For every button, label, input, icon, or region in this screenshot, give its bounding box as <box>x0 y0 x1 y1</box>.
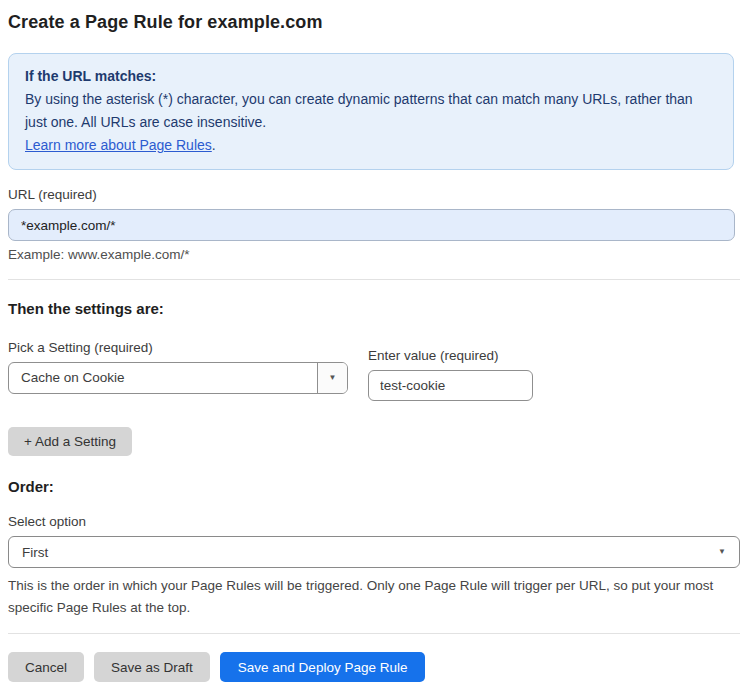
pick-setting-dropdown-button[interactable]: ▼ <box>317 363 347 393</box>
pick-setting-selected-value: Cache on Cookie <box>9 363 317 393</box>
learn-more-page-rules-link[interactable]: Learn more about Page Rules <box>25 137 212 153</box>
info-box-body: By using the asterisk (*) character, you… <box>25 88 717 134</box>
setting-row: Pick a Setting (required) Cache on Cooki… <box>8 340 732 401</box>
order-section-heading: Order: <box>8 478 732 495</box>
section-divider-bottom <box>8 633 740 634</box>
pick-setting-column: Pick a Setting (required) Cache on Cooki… <box>8 340 368 394</box>
cancel-button[interactable]: Cancel <box>8 652 84 682</box>
pick-setting-label: Pick a Setting (required) <box>8 340 368 355</box>
link-suffix-period: . <box>212 137 216 153</box>
url-input[interactable] <box>8 209 735 241</box>
add-setting-button[interactable]: + Add a Setting <box>8 427 132 456</box>
order-section: Order: Select option First ▼ This is the… <box>8 478 732 619</box>
setting-value-input[interactable] <box>368 370 533 401</box>
enter-value-column: Enter value (required) <box>368 348 533 401</box>
create-page-rule-form: Create a Page Rule for example.com If th… <box>0 0 742 682</box>
page-title: Create a Page Rule for example.com <box>8 12 732 33</box>
info-box-heading: If the URL matches: <box>25 65 717 88</box>
settings-section-heading: Then the settings are: <box>8 300 732 317</box>
enter-value-label: Enter value (required) <box>368 348 533 363</box>
section-divider-top <box>8 279 740 280</box>
order-select-dropdown[interactable]: First ▼ <box>8 536 740 568</box>
order-helper-text: This is the order in which your Page Rul… <box>8 575 744 619</box>
pick-setting-dropdown[interactable]: Cache on Cookie ▼ <box>8 362 348 394</box>
save-as-draft-button[interactable]: Save as Draft <box>94 652 210 682</box>
form-actions: Cancel Save as Draft Save and Deploy Pag… <box>8 652 732 682</box>
order-select-label: Select option <box>8 514 732 529</box>
info-box-link-row: Learn more about Page Rules. <box>25 134 717 157</box>
save-and-deploy-button[interactable]: Save and Deploy Page Rule <box>220 652 426 682</box>
url-example-helper: Example: www.example.com/* <box>8 247 732 262</box>
order-selected-value: First <box>22 545 718 560</box>
chevron-down-icon: ▼ <box>718 548 726 556</box>
url-field-label: URL (required) <box>8 187 732 202</box>
chevron-down-icon: ▼ <box>329 374 337 382</box>
url-match-info-box: If the URL matches: By using the asteris… <box>8 53 734 170</box>
